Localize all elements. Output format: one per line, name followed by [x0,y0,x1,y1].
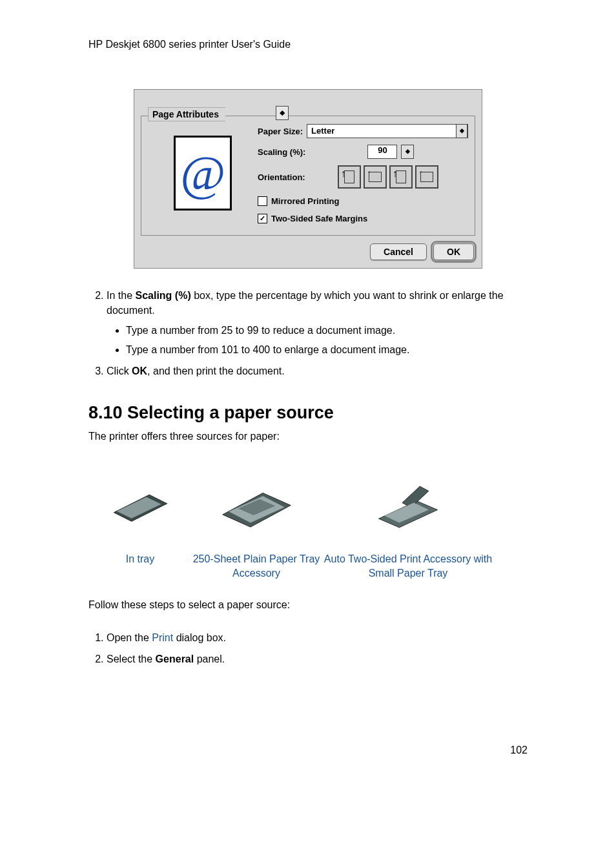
section-title: 8.10 Selecting a paper source [88,403,528,423]
scaling-label: Scaling (%): [258,147,305,157]
mirrored-printing-checkbox[interactable] [258,196,267,206]
page-number: 102 [88,745,528,756]
paper-size-label: Paper Size: [258,127,303,136]
list-item: Open the Print dialog box. [107,630,528,645]
section-intro: The printer offers three sources for pap… [88,431,528,442]
twosided-margins-label: Two-Sided Safe Margins [271,214,367,223]
paper-source-table: In tray 250-Sheet Plain Paper Tray Acces… [88,475,528,580]
page-attributes-fieldset: Page Attributes ◆ @ Paper Size: Letter ◆ [141,116,475,236]
page-portrait-reverse-icon [396,170,406,183]
print-link[interactable]: Print [152,632,173,643]
page-setup-dialog: Page Attributes ◆ @ Paper Size: Letter ◆ [134,89,482,269]
orientation-portrait-reverse-button[interactable]: ↑ [389,165,413,189]
chevron-updown-icon[interactable]: ◆ [456,124,467,138]
list-item: Type a number from 25 to 99 to reduce a … [126,323,528,338]
250-sheet-tray-image [220,475,294,539]
mirrored-printing-label: Mirrored Printing [271,196,339,206]
at-icon: @ [180,149,225,198]
page-landscape-icon [369,172,382,182]
orientation-portrait-button[interactable]: ↑ [338,165,361,189]
legend-dropdown-icon[interactable]: ◆ [276,106,289,120]
list-item: Click OK, and then print the document. [107,364,528,378]
page-landscape-reverse-icon [420,172,433,182]
250-sheet-tray-link[interactable]: 250-Sheet Plain Paper Tray Accessory [192,552,321,580]
paper-size-select[interactable]: Letter ◆ [307,124,468,138]
follow-steps-text: Follow these steps to select a paper sou… [88,599,528,611]
twosided-margins-checkbox[interactable]: ✓ [258,214,267,223]
in-tray-image [110,475,171,539]
instructions-list: In the Scaling (%) box, type the percent… [88,288,528,378]
scaling-input[interactable]: 90 [367,145,397,159]
steps-list: Open the Print dialog box. Select the Ge… [88,630,528,666]
in-tray-link[interactable]: In tray [126,552,154,566]
fieldset-legend: Page Attributes [148,107,225,121]
orientation-landscape-left-button[interactable]: ↑ [364,165,387,189]
scaling-stepper-icon[interactable]: ◆ [401,145,414,159]
list-item: Type a number from 101 to 400 to enlarge… [126,342,528,357]
orientation-label: Orientation: [258,172,305,182]
list-item: Select the General panel. [107,652,528,666]
page-header: HP Deskjet 6800 series printer User's Gu… [88,39,528,50]
orientation-landscape-right-button[interactable]: ↑ [415,165,438,189]
page-portrait-icon [344,170,354,183]
auto-duplex-tray-link[interactable]: Auto Two-Sided Print Accessory with Smal… [321,552,495,580]
cancel-button[interactable]: Cancel [370,243,427,260]
ok-button[interactable]: OK [433,243,474,260]
paper-size-value: Letter [311,126,334,136]
list-item: In the Scaling (%) box, type the percent… [107,288,528,357]
page-preview: @ [148,124,258,223]
preview-thumbnail: @ [174,136,232,211]
auto-duplex-tray-image [373,475,444,539]
